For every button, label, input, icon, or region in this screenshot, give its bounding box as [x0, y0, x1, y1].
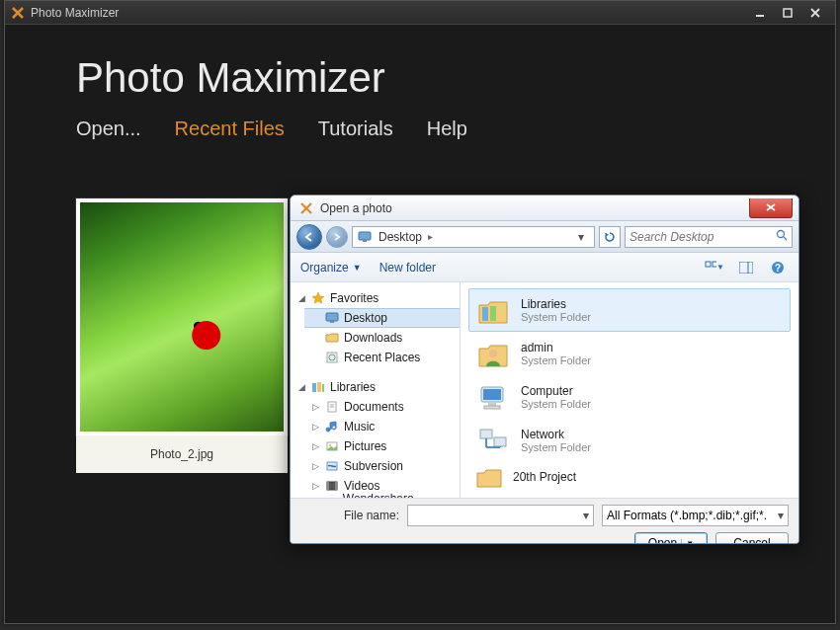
app-title: Photo Maximizer [5, 25, 835, 112]
tree-music[interactable]: ▷Music [304, 417, 460, 436]
svg-rect-30 [490, 306, 496, 321]
new-folder-button[interactable]: New folder [379, 261, 436, 275]
file-type-filter[interactable]: All Formats (*.bmp;*.dib;*.gif;*.▾ [602, 505, 789, 526]
expand-icon[interactable]: ▷ [310, 402, 320, 412]
expand-icon[interactable]: ▷ [310, 481, 320, 491]
file-item-libraries[interactable]: LibrariesSystem Folder [468, 288, 791, 332]
desktop-icon [357, 229, 373, 245]
app-logo-icon [11, 6, 25, 20]
menu-help[interactable]: Help [427, 118, 467, 140]
tree-pictures[interactable]: ▷Pictures [304, 436, 460, 456]
menu-recent-files[interactable]: Recent Files [175, 118, 285, 140]
dialog-toolbar: Organize ▼ New folder ▼ ? [291, 253, 798, 282]
tree-recent-places[interactable]: Recent Places [304, 348, 460, 367]
dialog-title: Open a photo [320, 201, 392, 215]
chevron-down-icon[interactable]: ▾ [583, 509, 589, 522]
preview-pane-button[interactable] [735, 258, 757, 277]
dialog-nav-bar: Desktop ▸ ▾ [291, 221, 798, 253]
libraries-icon [310, 379, 326, 395]
dialog-close-button[interactable] [749, 198, 793, 218]
organize-menu[interactable]: Organize ▼ [300, 261, 362, 275]
chevron-down-icon[interactable]: ▼ [681, 539, 694, 545]
app-titlebar[interactable]: Photo Maximizer [5, 1, 835, 25]
minimize-button[interactable] [746, 4, 774, 22]
collapse-icon[interactable]: ◢ [296, 382, 306, 392]
menu-tutorials[interactable]: Tutorials [318, 118, 393, 140]
filename-label: File name: [300, 509, 399, 522]
svg-rect-8 [739, 262, 753, 274]
nav-back-button[interactable] [296, 224, 322, 250]
libraries-icon [475, 292, 511, 328]
svg-rect-33 [483, 389, 501, 400]
view-options-button[interactable]: ▼ [704, 258, 725, 277]
svg-rect-34 [488, 402, 496, 406]
folder-icon [324, 330, 340, 346]
svg-rect-26 [327, 482, 329, 490]
tree-documents[interactable]: ▷Documents [304, 397, 460, 417]
documents-icon [324, 399, 340, 415]
nav-forward-button[interactable] [326, 226, 348, 248]
recent-places-icon [324, 350, 340, 365]
svg-rect-16 [312, 383, 316, 392]
tree-libraries[interactable]: ◢ Libraries [291, 377, 460, 397]
breadcrumb-dropdown-icon[interactable]: ▾ [572, 230, 590, 244]
svg-rect-18 [322, 384, 324, 392]
collapse-icon[interactable]: ◢ [296, 293, 306, 303]
search-box[interactable] [625, 226, 793, 248]
expand-icon[interactable]: ▷ [310, 422, 320, 432]
cancel-button[interactable]: Cancel [715, 532, 789, 544]
star-icon [310, 290, 326, 306]
filename-input[interactable]: ▾ [407, 505, 594, 526]
svg-point-23 [329, 444, 331, 446]
file-item-20th-project[interactable]: 20th Project [468, 462, 791, 492]
network-icon [475, 423, 511, 458]
svg-rect-12 [326, 313, 338, 321]
breadcrumb-location: Desktop [378, 230, 422, 244]
expand-icon[interactable]: ▷ [310, 461, 320, 471]
file-item-admin[interactable]: adminSystem Folder [468, 332, 791, 375]
open-button[interactable]: Open▼ [634, 532, 708, 544]
svg-point-31 [489, 350, 497, 357]
app-window: Photo Maximizer Photo Maximizer Open... … [4, 0, 836, 624]
close-button[interactable] [801, 4, 829, 22]
file-list[interactable]: LibrariesSystem Folder adminSystem Folde… [461, 282, 798, 498]
tree-subversion[interactable]: ▷Subversion [304, 456, 460, 476]
refresh-button[interactable] [599, 226, 621, 248]
tree-desktop[interactable]: Desktop [304, 308, 460, 328]
app-window-title: Photo Maximizer [31, 6, 119, 20]
folder-tree[interactable]: ◢ Favorites Desktop [291, 282, 461, 498]
chevron-down-icon[interactable]: ▾ [778, 509, 784, 522]
recent-file-thumbnail[interactable]: Photo_2.jpg [76, 198, 288, 473]
pictures-icon [324, 438, 340, 454]
help-button[interactable]: ? [767, 258, 789, 277]
maximize-button[interactable] [774, 4, 801, 22]
dialog-titlebar[interactable]: Open a photo [291, 196, 798, 221]
user-folder-icon [475, 336, 511, 371]
expand-icon[interactable]: ▷ [310, 441, 320, 451]
svg-rect-3 [363, 240, 367, 242]
tree-downloads[interactable]: Downloads [304, 328, 460, 348]
svg-rect-13 [330, 321, 334, 323]
thumbnail-image [80, 202, 284, 432]
tree-wondershare[interactable]: ▷Wondershare AllMyTu [304, 496, 460, 498]
svg-rect-29 [482, 307, 488, 321]
svg-rect-6 [706, 262, 711, 267]
file-item-computer[interactable]: ComputerSystem Folder [468, 375, 791, 419]
svg-rect-17 [317, 382, 321, 392]
search-input[interactable] [630, 230, 772, 244]
dialog-footer: File name: ▾ All Formats (*.bmp;*.dib;*.… [291, 498, 798, 544]
menu-open[interactable]: Open... [76, 118, 141, 140]
videos-icon [324, 478, 340, 494]
tree-favorites[interactable]: ◢ Favorites [291, 288, 460, 308]
svg-rect-36 [480, 430, 492, 438]
desktop-icon [324, 310, 340, 326]
breadcrumb-arrow-icon: ▸ [428, 231, 433, 242]
thumbnail-caption: Photo_2.jpg [76, 435, 288, 473]
svg-rect-1 [784, 9, 792, 17]
search-icon [776, 229, 788, 244]
subversion-icon [324, 458, 340, 474]
breadcrumb[interactable]: Desktop ▸ ▾ [352, 226, 595, 248]
open-file-dialog: Open a photo Desktop ▸ ▾ [290, 195, 799, 544]
file-item-network[interactable]: NetworkSystem Folder [468, 419, 791, 462]
svg-line-5 [784, 237, 787, 240]
